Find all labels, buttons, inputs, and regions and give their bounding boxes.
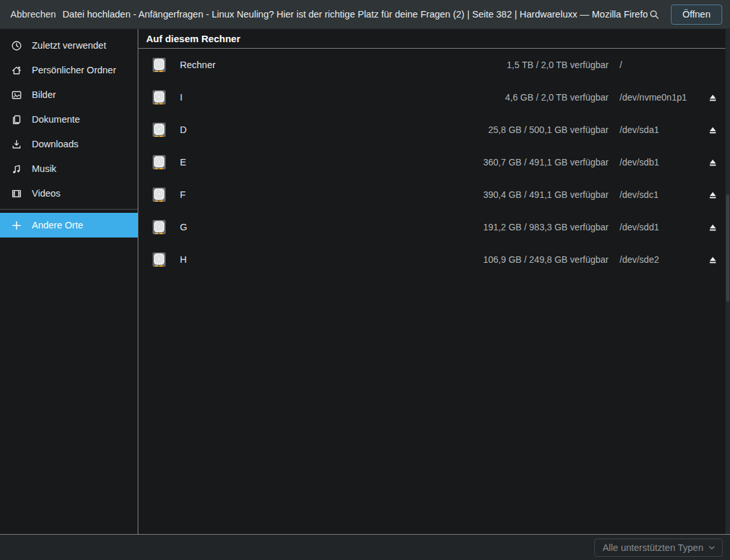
- drive-capacity: 25,8 GB / 500,1 GB verfügbar: [488, 125, 609, 135]
- sidebar-item-bilder[interactable]: Bilder: [0, 82, 138, 107]
- drive-row[interactable]: F 390,4 GB / 491,1 GB verfügbar /dev/sdc…: [138, 178, 730, 211]
- drive-device-path: /dev/sda1: [620, 125, 701, 135]
- hard-drive-icon: [151, 56, 168, 73]
- sidebar-item-pers-nlicher-ordner[interactable]: Persönlicher Ordner: [0, 58, 138, 82]
- places-sidebar: Zuletzt verwendet Persönlicher Ordner Bi…: [0, 29, 138, 534]
- drive-name: I: [180, 92, 505, 103]
- document-icon: [11, 114, 22, 125]
- drive-name: E: [180, 157, 483, 167]
- sidebar-item-andere-orte[interactable]: Andere Orte: [0, 213, 138, 237]
- drive-row[interactable]: I 4,6 GB / 2,0 TB verfügbar /dev/nvme0n1…: [138, 81, 730, 114]
- chevron-down-icon: [707, 543, 716, 552]
- drive-capacity: 1,5 TB / 2,0 TB verfügbar: [507, 60, 609, 70]
- sidebar-item-label: Zuletzt verwendet: [32, 40, 106, 51]
- sidebar-list: Zuletzt verwendet Persönlicher Ordner Bi…: [0, 33, 138, 206]
- window-title: Datei hochladen - Anfängerfragen - Linux…: [56, 9, 648, 19]
- eject-icon: [707, 189, 718, 201]
- sidebar-separator: [0, 209, 138, 210]
- drive-name: Rechner: [180, 60, 507, 70]
- eject-icon: [707, 92, 718, 103]
- sidebar-item-label: Andere Orte: [32, 220, 83, 230]
- sidebar-item-label: Persönlicher Ordner: [32, 65, 116, 75]
- cancel-button[interactable]: Abbrechen: [10, 9, 56, 19]
- drive-device-path: /: [620, 60, 701, 70]
- file-type-filter-label: Alle unterstützten Typen: [603, 542, 703, 553]
- hard-drive-icon: [151, 251, 168, 268]
- drive-name: F: [180, 189, 483, 200]
- open-button[interactable]: Öffnen: [671, 5, 722, 25]
- eject-button[interactable]: [707, 156, 718, 168]
- sidebar-item-videos[interactable]: Videos: [0, 181, 138, 206]
- drive-capacity: 4,6 GB / 2,0 TB verfügbar: [505, 92, 609, 103]
- hard-drive-icon: [151, 154, 168, 171]
- eject-button[interactable]: [707, 221, 718, 233]
- drive-capacity: 390,4 GB / 491,1 GB verfügbar: [483, 189, 609, 200]
- file-chooser-dialog: Abbrechen Datei hochladen - Anfängerfrag…: [0, 0, 730, 560]
- eject-icon: [707, 254, 718, 265]
- home-icon: [11, 65, 22, 76]
- eject-button[interactable]: [707, 189, 718, 201]
- sidebar-item-label: Bilder: [32, 90, 56, 100]
- sidebar-item-label: Videos: [32, 188, 60, 199]
- drive-device-path: /dev/nvme0n1p1: [620, 92, 701, 103]
- eject-button[interactable]: [707, 254, 718, 265]
- drive-row[interactable]: G 191,2 GB / 983,3 GB verfügbar /dev/sdd…: [138, 211, 730, 243]
- sidebar-item-label: Musik: [32, 164, 57, 174]
- eject-icon: [707, 125, 718, 136]
- image-icon: [11, 90, 22, 101]
- drive-name: D: [180, 125, 488, 135]
- drive-list: Rechner 1,5 TB / 2,0 TB verfügbar / I 4,…: [138, 49, 730, 276]
- sidebar-item-label: Dokumente: [32, 114, 80, 125]
- drive-capacity: 191,2 GB / 983,3 GB verfügbar: [483, 222, 609, 232]
- hard-drive-icon: [151, 186, 168, 203]
- hard-drive-icon: [151, 121, 168, 138]
- drive-row[interactable]: E 360,7 GB / 491,1 GB verfügbar /dev/sdb…: [138, 146, 730, 178]
- sidebar-item-zuletzt-verwendet[interactable]: Zuletzt verwendet: [0, 33, 138, 58]
- hard-drive-icon: [151, 219, 168, 236]
- eject-button[interactable]: [707, 91, 718, 103]
- file-type-filter-dropdown[interactable]: Alle unterstützten Typen: [594, 539, 723, 557]
- sidebar-item-downloads[interactable]: Downloads: [0, 132, 138, 156]
- hard-drive-icon: [151, 89, 168, 106]
- drive-list-pane: Auf diesem Rechner Rechner 1,5 TB / 2,0 …: [138, 29, 730, 534]
- sidebar-item-label: Downloads: [32, 139, 79, 149]
- eject-button[interactable]: [707, 124, 718, 136]
- dialog-body: Zuletzt verwendet Persönlicher Ordner Bi…: [0, 29, 730, 534]
- sidebar-item-dokumente[interactable]: Dokumente: [0, 107, 138, 132]
- drive-row[interactable]: Rechner 1,5 TB / 2,0 TB verfügbar /: [138, 49, 730, 81]
- vertical-scrollbar[interactable]: [725, 29, 730, 534]
- drive-device-path: /dev/sdc1: [620, 189, 701, 200]
- drive-row[interactable]: D 25,8 GB / 500,1 GB verfügbar /dev/sda1: [138, 114, 730, 146]
- drive-name: H: [180, 254, 483, 265]
- video-icon: [11, 188, 22, 199]
- eject-icon: [707, 157, 718, 168]
- download-icon: [11, 139, 22, 150]
- sidebar-item-musik[interactable]: Musik: [0, 156, 138, 181]
- scrollbar-thumb[interactable]: [726, 195, 729, 302]
- drive-device-path: /dev/sdd1: [620, 222, 701, 232]
- drive-device-path: /dev/sdb1: [620, 157, 701, 167]
- drive-capacity: 360,7 GB / 491,1 GB verfügbar: [483, 157, 609, 167]
- drive-capacity: 106,9 GB / 249,8 GB verfügbar: [483, 254, 609, 265]
- music-icon: [11, 164, 22, 175]
- search-icon: [649, 9, 660, 20]
- drive-device-path: /dev/sde2: [620, 254, 701, 265]
- drive-name: G: [180, 222, 483, 232]
- plus-icon: [11, 220, 22, 231]
- section-title: Auf diesem Rechner: [138, 29, 730, 49]
- search-button[interactable]: [648, 7, 662, 21]
- drive-row[interactable]: H 106,9 GB / 249,8 GB verfügbar /dev/sde…: [138, 243, 730, 276]
- header-bar: Abbrechen Datei hochladen - Anfängerfrag…: [0, 0, 730, 29]
- eject-icon: [707, 222, 718, 233]
- footer-bar: Alle unterstützten Typen: [0, 534, 730, 560]
- clock-icon: [11, 40, 22, 51]
